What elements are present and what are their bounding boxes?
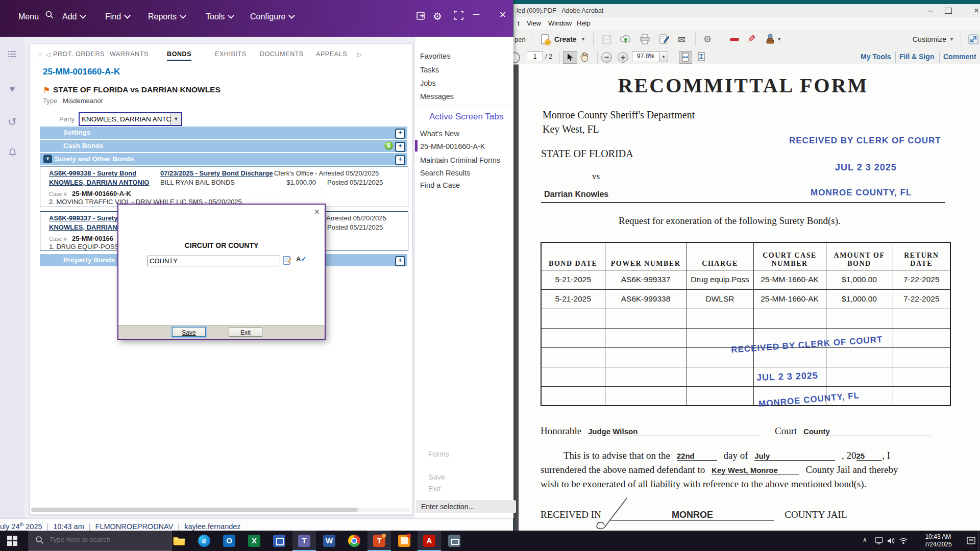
zoom-level-value[interactable]: 97.8% — [632, 52, 659, 61]
collapse-icon[interactable]: ▼ — [43, 155, 52, 163]
menu-reports[interactable]: Reports — [148, 12, 185, 21]
stamp-icon[interactable] — [765, 33, 776, 47]
open-button-partial[interactable]: pen — [514, 36, 526, 43]
page-number-input[interactable] — [527, 52, 543, 61]
sidebar-tab-case[interactable]: 25-MM-001660-A-K — [420, 142, 485, 151]
email-icon[interactable]: ✉ — [678, 34, 685, 45]
taskbar-clock[interactable]: 10:43 AM 7/24/2025 — [915, 533, 962, 548]
sidebar-item-favorites[interactable]: Favorites — [420, 52, 451, 60]
save-icon[interactable] — [601, 34, 612, 47]
favorites-heart-icon[interactable]: ♥ — [0, 84, 24, 94]
menu-add[interactable]: Add — [62, 12, 85, 21]
fill-and-sign-link[interactable]: Fill & Sign — [899, 53, 934, 61]
menu-tools[interactable]: Tools — [206, 12, 233, 21]
previous-view-icon-partial[interactable] — [513, 52, 520, 63]
spellcheck-icon[interactable]: A✓ — [296, 255, 306, 263]
dialog-close-icon[interactable]: × — [314, 207, 320, 217]
action-center-icon[interactable] — [967, 537, 975, 546]
menu-configure[interactable]: Configure — [250, 12, 294, 21]
party-dropdown-button[interactable]: ▼ — [170, 112, 182, 126]
acrobat-title-bar[interactable]: led (009).PDF - Adobe Acrobat – × — [513, 4, 980, 17]
volume-icon[interactable] — [887, 537, 895, 546]
sidebar-action-forms[interactable]: Forms — [428, 450, 449, 458]
my-tools-link[interactable]: My Tools — [861, 53, 891, 61]
section-surety-bonds[interactable]: ▼ Surety and Other Bonds + — [40, 153, 407, 165]
bond-number-link[interactable]: AS6K-999338 - Surety Bond — [49, 169, 136, 177]
taskbar-edge-browser[interactable]: e — [192, 531, 216, 551]
show-desktop-button[interactable] — [978, 531, 980, 551]
taskbar-word[interactable]: W — [317, 531, 341, 551]
zoom-in-icon[interactable]: + — [618, 52, 628, 63]
customize-button[interactable]: Customize — [913, 35, 946, 43]
zoom-dropdown-icon[interactable]: ▾ — [659, 52, 668, 62]
sidebar-item-tasks[interactable]: Tasks — [420, 66, 439, 74]
cloud-upload-icon[interactable] — [620, 34, 632, 47]
taskbar-court-app[interactable]: T — [368, 531, 391, 551]
tab-prot-orders[interactable]: PROT. ORDERS — [53, 51, 105, 58]
sidebar-item-messages[interactable]: Messages — [420, 92, 454, 101]
favorite-star-icon[interactable]: ☆ — [37, 51, 43, 58]
bond-party-link[interactable]: KNOWLES, DARRIAN ANTONIO — [49, 179, 149, 186]
search-input[interactable] — [48, 535, 163, 544]
fit-page-button[interactable] — [695, 51, 707, 63]
dialog-exit-button[interactable]: Exit — [229, 327, 262, 337]
menu-find[interactable]: Find — [105, 12, 130, 21]
tray-expand-icon[interactable]: ∧ — [863, 536, 867, 543]
history-icon[interactable]: ↺ — [0, 116, 24, 128]
network-icon[interactable] — [899, 537, 908, 546]
acrobat-minimize-icon[interactable]: – — [922, 4, 939, 17]
tab-bonds[interactable]: BONDS — [167, 51, 191, 61]
expand-cash-bonds-button[interactable]: + — [395, 142, 405, 152]
scroll-tabs-right-icon[interactable]: ▷ — [357, 51, 362, 58]
minimize-window-icon[interactable]: – — [470, 7, 483, 20]
comment-link[interactable]: Comment — [943, 53, 976, 61]
tab-exhibits[interactable]: EXHIBITS — [215, 51, 247, 58]
list-icon[interactable] — [0, 50, 24, 61]
expand-settings-button[interactable]: + — [395, 129, 405, 139]
taskbar-app-blue[interactable] — [267, 531, 291, 551]
acrobat-close-icon[interactable]: × — [968, 4, 980, 17]
tab-warrants[interactable]: WARRANTS — [110, 51, 149, 58]
menu-help[interactable]: Help — [577, 19, 591, 27]
sidebar-tab-find-a-case[interactable]: Find a Case — [420, 181, 460, 189]
sign-document-icon[interactable] — [658, 34, 670, 47]
taskbar-search-box[interactable] — [29, 531, 172, 551]
section-settings[interactable]: Settings + — [40, 127, 407, 139]
sidebar-action-save[interactable]: Save — [428, 473, 445, 481]
zoom-out-icon[interactable]: – — [601, 52, 612, 63]
gear-icon[interactable]: ⚙ — [431, 10, 444, 23]
bell-icon[interactable] — [0, 148, 24, 160]
fit-window-icon[interactable] — [968, 34, 979, 47]
sidebar-tab-maintain-criminal-forms[interactable]: Maintain Criminal Forms — [420, 156, 500, 164]
edit-note-icon[interactable] — [283, 256, 292, 267]
taskbar-excel[interactable]: X — [242, 531, 266, 551]
settings-gear-icon[interactable]: ⚙ — [703, 34, 712, 45]
print-icon[interactable] — [639, 34, 651, 47]
close-window-icon[interactable]: × — [496, 8, 509, 21]
case-number-link[interactable]: 25-MM-001660-A-K — [43, 67, 120, 77]
bond-discharge-link[interactable]: 07/23/2025 - Surety Bond Discharge — [160, 169, 273, 177]
taskbar-outlook[interactable]: O — [217, 531, 241, 551]
expand-property-bonds-button[interactable]: + — [395, 256, 405, 266]
scroll-tabs-left-icon[interactable]: ◁ — [45, 51, 51, 58]
taskbar-teams[interactable]: T — [292, 531, 316, 551]
dialog-save-button[interactable]: Save — [172, 327, 206, 337]
scrollbar-thumb[interactable] — [31, 508, 358, 512]
fullscreen-icon[interactable] — [452, 10, 465, 23]
acrobat-maximize-icon[interactable] — [945, 8, 952, 14]
create-button[interactable]: Create — [554, 35, 577, 43]
sidebar-action-exit[interactable]: Exit — [428, 485, 440, 493]
bond-number-link[interactable]: AS6K-999337 - Surety — [49, 214, 117, 222]
taskbar-file-explorer[interactable] — [167, 531, 191, 551]
menu-button[interactable]: Menu — [18, 12, 39, 21]
customize-dropdown-icon[interactable]: ▾ — [950, 36, 953, 42]
open-in-new-icon[interactable] — [414, 10, 428, 23]
select-tool-button[interactable] — [563, 51, 577, 64]
tab-appeals[interactable]: APPEALS — [316, 51, 347, 58]
sidebar-tab-search-results[interactable]: Search Results — [420, 169, 470, 177]
circuit-county-input[interactable] — [148, 256, 280, 266]
tab-documents[interactable]: DOCUMENTS — [260, 51, 304, 58]
party-select[interactable]: KNOWLES, DARRIAN ANTO — [79, 112, 174, 126]
pencil-markup-icon[interactable]: ✎ — [745, 35, 757, 43]
taskbar-chrome[interactable] — [342, 531, 366, 551]
